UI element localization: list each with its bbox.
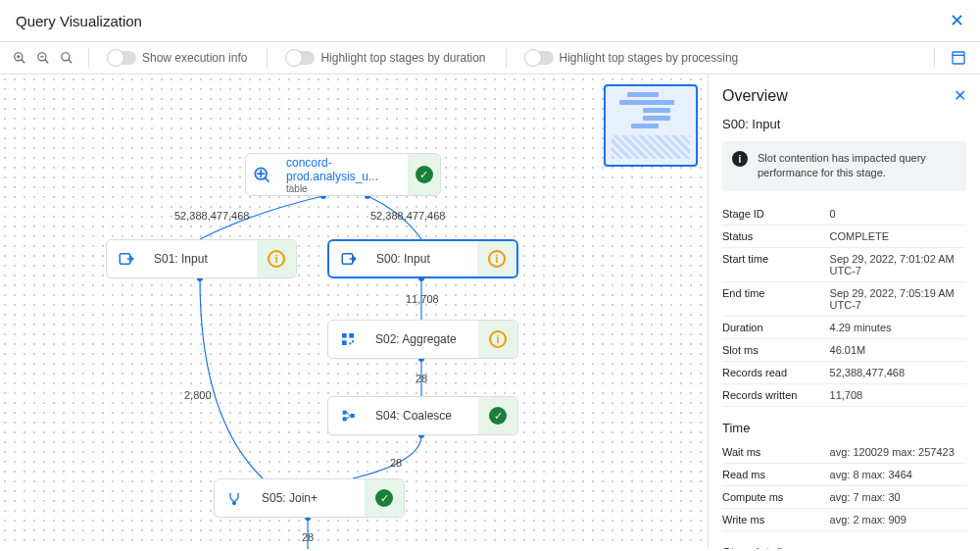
node-table[interactable]: concord-prod.analysis_u... table ✓ [245,153,441,196]
node-label: S05: Join+ [254,491,365,505]
node-status: ✓ [478,397,517,434]
check-icon: ✓ [489,407,507,425]
node-status: ✓ [408,154,440,195]
node-s05[interactable]: S05: Join+ ✓ [214,478,405,518]
svg-rect-28 [343,411,347,415]
edge-label: 28 [302,531,314,543]
node-label: S02: Aggregate [368,332,478,346]
toggle-highlight-processing[interactable]: Highlight top stages by processing [520,51,745,65]
table-row: Records written11,708 [722,383,966,406]
svg-rect-26 [349,342,351,344]
node-label: S00: Input [368,252,477,266]
node-status: i [257,240,296,277]
close-icon[interactable]: ✕ [950,10,964,31]
table-row: Duration4.29 minutes [722,316,966,338]
divider [934,48,935,68]
node-status: i [478,321,517,358]
edge-label: 52,388,477,468 [370,210,445,222]
node-s00[interactable]: S00: Input i [327,239,518,278]
overview-panel: Overview ✕ S00: Input i Slot contention … [708,75,980,549]
warning-icon: i [489,330,507,348]
section-title-steps: Step details [722,545,966,549]
divider [506,48,507,68]
input-icon [329,241,368,276]
alert-text: Slot contention has impacted query perfo… [758,151,956,181]
edge-label: 11,708 [406,293,439,305]
table-row: Records read52,388,477,468 [722,361,966,383]
node-status: i [477,241,516,276]
edge-label: 2,800 [184,389,212,401]
svg-line-5 [45,60,49,64]
edge-label: 52,388,477,468 [174,210,249,222]
divider [267,48,268,68]
svg-rect-30 [351,414,355,418]
warning-icon: i [488,250,506,268]
join-icon [215,479,254,517]
svg-point-33 [233,502,236,505]
coalesce-icon [328,397,368,434]
svg-rect-23 [342,333,347,338]
toggle-label: Show execution info [142,51,247,65]
svg-rect-25 [342,340,347,345]
svg-rect-9 [953,52,964,64]
panel-subtitle: S00: Input [722,117,966,131]
info-icon: i [732,151,748,167]
toggle-label: Highlight top stages by duration [320,51,485,65]
toggle-highlight-duration[interactable]: Highlight top stages by duration [281,51,491,65]
fullscreen-icon[interactable] [949,48,968,68]
svg-line-18 [266,177,270,181]
zoom-out-icon[interactable] [35,50,51,66]
alert-banner: i Slot contention has impacted query per… [722,141,966,191]
table-row: Read msavg: 8 max: 3464 [722,463,966,485]
page-title: Query Visualization [16,13,142,29]
table-row: Wait msavg: 120029 max: 257423 [722,441,966,464]
graph-canvas[interactable]: concord-prod.analysis_u... table ✓ S01: … [0,75,708,549]
edge-label: 28 [416,373,427,384]
aggregate-icon [328,321,368,358]
check-icon: ✓ [416,166,433,183]
table-row: Start timeSep 29, 2022, 7:01:02 AM UTC-7 [722,247,966,281]
table-row: End timeSep 29, 2022, 7:05:19 AM UTC-7 [722,281,966,316]
svg-point-7 [62,53,70,61]
table-row: Compute msavg: 7 max: 30 [722,485,966,508]
input-icon [107,240,146,277]
node-s02[interactable]: S02: Aggregate i [327,320,518,359]
toggle-switch[interactable] [526,51,554,65]
panel-close-icon[interactable]: ✕ [954,86,966,105]
node-label: S04: Coalesce [368,409,478,423]
svg-line-1 [22,60,25,64]
svg-rect-29 [343,417,347,421]
toggle-switch[interactable] [109,51,136,65]
toolbar: Show execution info Highlight top stages… [0,42,980,75]
node-title: concord-prod.analysis_u... [286,156,400,183]
toggle-execution-info[interactable]: Show execution info [103,51,253,65]
divider [88,48,89,68]
edge-label: 28 [390,457,402,469]
svg-line-8 [69,60,73,64]
svg-rect-24 [349,333,354,338]
toggle-switch[interactable] [287,51,315,65]
table-row: Stage ID0 [722,203,966,225]
node-subtitle: table [286,183,400,194]
check-icon: ✓ [375,489,393,507]
zoom-controls [12,50,74,66]
node-s01[interactable]: S01: Input i [106,239,297,278]
header: Query Visualization ✕ [0,0,980,42]
time-table: Wait msavg: 120029 max: 257423 Read msav… [722,441,966,531]
node-label: S01: Input [146,252,257,266]
svg-line-32 [347,416,351,419]
panel-title: Overview [722,87,788,105]
toggle-label: Highlight top stages by processing [560,51,739,65]
table-row: Write msavg: 2 max: 909 [722,508,966,530]
table-row: Slot ms46.01M [722,338,966,361]
zoom-in-icon[interactable] [12,50,27,66]
svg-line-31 [347,413,351,416]
zoom-reset-icon[interactable] [59,50,74,66]
stage-details-table: Stage ID0 StatusCOMPLETE Start timeSep 2… [722,203,966,407]
node-status: ✓ [365,479,404,517]
node-s04[interactable]: S04: Coalesce ✓ [327,396,518,435]
minimap[interactable] [604,84,698,167]
section-title-time: Time [722,421,966,435]
table-row: StatusCOMPLETE [722,225,966,247]
table-icon [246,154,278,195]
